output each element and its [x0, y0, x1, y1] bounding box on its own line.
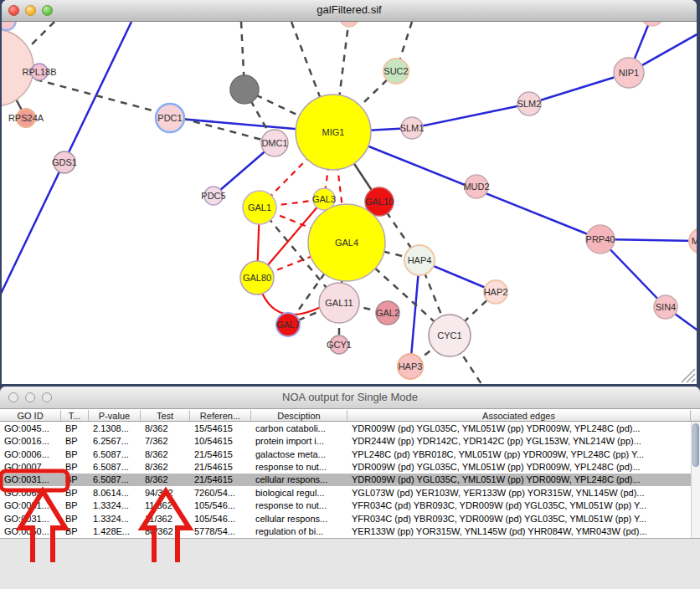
table-cell: 8.0614... — [89, 488, 141, 498]
table-cell: BP — [61, 436, 89, 446]
node-label-SLM2: SLM2 — [517, 99, 542, 109]
table-cell: YDR009W (pd) YGL035C, YML051W (pp) YDR00… — [347, 423, 691, 433]
table-cell: YFR034C (pd) YBR093C, YDR009W (pd) YGL03… — [347, 514, 691, 524]
table-cell: 1.3324... — [89, 514, 141, 524]
table-cell: 105/546... — [190, 500, 251, 510]
table-cell: YGL073W (pd) YER103W, YER133W (pp) YOR31… — [347, 488, 691, 498]
column-header-2[interactable]: P-value — [89, 410, 141, 421]
table-row[interactable]: GO:0007...BP6.5087...8/36221/54615respon… — [0, 460, 691, 473]
node-label-DMC1: DMC1 — [261, 138, 287, 148]
table-header-corner — [691, 409, 700, 422]
table-cell: protein import i... — [251, 436, 347, 446]
table-cell: YDR244W (pp) YDR142C, YDR142C (pp) YGL15… — [347, 436, 691, 446]
column-header-1[interactable]: T... — [61, 410, 89, 421]
vertical-scrollbar[interactable] — [691, 422, 700, 538]
table-header: GO IDT...P-valueTestReferen...Desciption… — [0, 409, 691, 422]
node-label-SUC2: SUC2 — [383, 66, 408, 76]
resize-grip-icon[interactable] — [692, 379, 695, 382]
table-row[interactable]: GO:0006...BP6.5087...8/36221/54615galact… — [0, 448, 691, 460]
network-window: galFiltered.sif RPL18BRPS24AGDS1PDC1DMC1… — [2, 0, 697, 384]
column-header-3[interactable]: Test — [141, 410, 190, 421]
table-cell: YFR034C (pd) YBR093C, YDR009W (pd) YGL03… — [347, 500, 691, 510]
node-topcenter-partial[interactable] — [340, 22, 358, 27]
table-cell: YDR009W (pd) YGL035C, YML051W (pp) YDR00… — [347, 474, 691, 484]
table-cell: 15/54615 — [190, 423, 251, 433]
table-cell: 6.5087... — [89, 462, 141, 472]
table-row[interactable]: GO:0050...BP1.428E...80/3625778/54...reg… — [0, 525, 691, 538]
node-label-GAL3: GAL3 — [312, 194, 336, 204]
table-cell: response to nut... — [251, 500, 347, 510]
table-cell: GO:0031... — [0, 474, 61, 484]
network-canvas[interactable]: RPL18BRPS24AGDS1PDC1DMC1MIG1SUC2SLM1SLM2… — [2, 22, 697, 384]
table-cell: 2.1308... — [89, 423, 141, 433]
table-row[interactable]: GO:0031...BP1.3324...11/362105/546...cel… — [0, 512, 691, 525]
scrollbar-thumb[interactable] — [692, 423, 699, 467]
node-topleft-partial[interactable] — [2, 22, 16, 30]
node-label-SLM1: SLM1 — [400, 123, 425, 133]
table-cell: BP — [61, 526, 89, 536]
node-label-GDS1: GDS1 — [52, 157, 77, 167]
table-cell: 8/362 — [141, 462, 190, 472]
node-label-MUD2: MUD2 — [463, 182, 489, 192]
node-label-GAL11: GAL11 — [325, 298, 353, 308]
column-header-6[interactable]: Associated edges — [347, 410, 691, 421]
table-cell: YER133W (pp) YOR315W, YNL145W (pd) YHR08… — [347, 526, 691, 536]
table-row[interactable]: GO:0065...BP8.0614...94/3627260/54...bio… — [0, 486, 691, 499]
node-label-HAP4: HAP4 — [408, 255, 432, 265]
table-cell: GO:0065... — [0, 488, 61, 498]
table-cell: GO:0006... — [0, 449, 61, 459]
table-cell: BP — [61, 423, 89, 433]
table-body: GO:0045...BP2.1308...8/36215/54615carbon… — [0, 422, 691, 538]
node-label-RPS24A: RPS24A — [8, 113, 44, 123]
table-cell: 8/362 — [141, 449, 190, 459]
column-header-5[interactable]: Desciption — [251, 410, 347, 421]
table-cell: cellular respons... — [251, 514, 347, 524]
table-cell: 21/54615 — [190, 449, 251, 459]
network-edge[interactable] — [410, 260, 419, 366]
table-cell: 94/362 — [141, 488, 190, 498]
table-cell: GO:0050... — [0, 526, 61, 536]
node-label-MSN: MSN — [692, 236, 697, 246]
node-label-GAL1: GAL1 — [248, 202, 271, 213]
table-cell: 6.5087... — [89, 474, 141, 484]
table-row[interactable]: GO:0031...BP1.3324...11/362105/546...res… — [0, 499, 691, 512]
table-cell: 6.5087... — [89, 449, 141, 459]
table-cell: 8/362 — [141, 474, 190, 484]
node-topright-partial[interactable] — [641, 22, 663, 26]
column-header-0[interactable]: GO ID — [0, 410, 61, 421]
table-cell: 1.428E... — [89, 526, 141, 536]
node-label-GAL10: GAL10 — [365, 197, 394, 207]
table-cell: 7260/54... — [190, 488, 251, 498]
node-label-PDC5: PDC5 — [201, 191, 225, 201]
node-gray-node[interactable] — [230, 75, 259, 104]
noa-window: NOA output for Single Mode GO IDT...P-va… — [0, 387, 700, 589]
node-label-HAP2: HAP2 — [484, 287, 508, 297]
table-cell: BP — [61, 514, 89, 524]
table-cell: 8/362 — [141, 423, 190, 433]
node-label-SIN4: SIN4 — [656, 302, 676, 312]
table-cell: BP — [61, 488, 89, 498]
network-edge[interactable] — [412, 104, 529, 128]
table-cell: BP — [61, 449, 89, 459]
noa-window-titlebar[interactable]: NOA output for Single Mode — [0, 387, 700, 409]
table-cell: response to nut... — [251, 462, 347, 472]
table-cell: BP — [61, 462, 89, 472]
table-cell: biological regul... — [251, 488, 347, 498]
network-window-title: galFiltered.sif — [2, 3, 697, 16]
node-label-NIP1: NIP1 — [619, 68, 639, 78]
table-cell: GO:0016... — [0, 436, 61, 446]
node-label-GAL2: GAL2 — [376, 308, 399, 318]
table-cell: 11/362 — [141, 500, 190, 510]
column-header-4[interactable]: Referen... — [190, 410, 251, 421]
table-cell: BP — [61, 474, 89, 484]
node-label-MIG1: MIG1 — [322, 127, 345, 137]
noa-window-footer: Save Cancel — [0, 538, 700, 589]
table-row[interactable]: GO:0045...BP2.1308...8/36215/54615carbon… — [0, 422, 691, 434]
table-row[interactable]: GO:0016...BP6.2567...7/36210/54615protei… — [0, 434, 691, 447]
table-cell: GO:0031... — [0, 500, 61, 510]
node-label-PRP40: PRP40 — [586, 234, 615, 244]
node-label-GCY1: GCY1 — [327, 340, 352, 350]
table-row[interactable]: GO:0031...BP6.5087...8/36221/54615cellul… — [0, 474, 691, 486]
network-window-titlebar[interactable]: galFiltered.sif — [2, 0, 697, 22]
table-cell: YPL248C (pd) YBR018C, YML051W (pp) YDR00… — [347, 449, 691, 459]
